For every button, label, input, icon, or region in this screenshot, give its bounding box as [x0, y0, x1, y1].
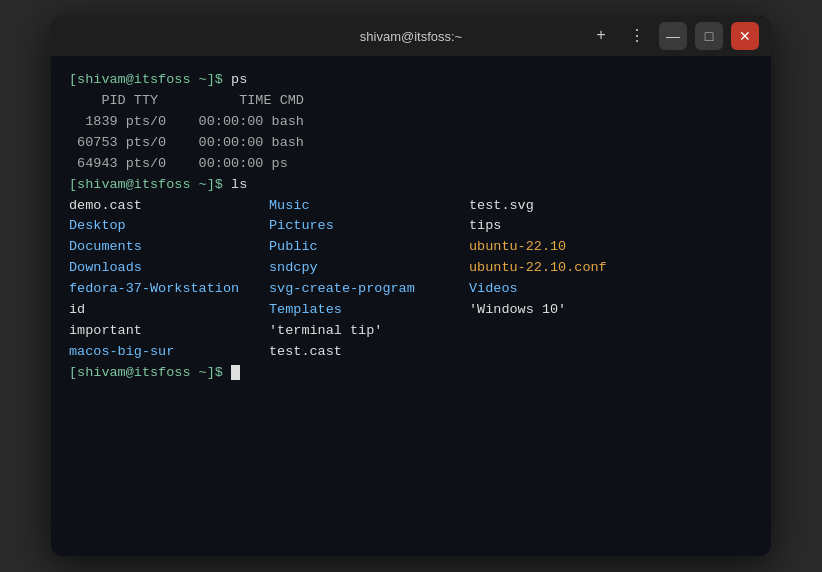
ls-item-music: Music [269, 196, 469, 217]
cursor [231, 365, 240, 380]
prompt-2: [shivam@itsfoss ~]$ [69, 177, 231, 192]
ls-item-desktop: Desktop [69, 216, 269, 237]
ls-item-macos: macos-big-sur [69, 342, 269, 363]
ls-item-terminal-tip: 'terminal tip' [269, 321, 469, 342]
maximize-button[interactable]: □ [695, 22, 723, 50]
cmd-ps: ps [231, 72, 247, 87]
ls-item-ubuntu-conf: ubuntu-22.10.conf [469, 258, 669, 279]
ls-item-id: id [69, 300, 269, 321]
ls-item-test-cast: test.cast [269, 342, 469, 363]
ls-item-demo-cast: demo.cast [69, 196, 269, 217]
ls-item-sndcpy: sndcpy [269, 258, 469, 279]
window-title: shivam@itsfoss:~ [360, 29, 462, 44]
ls-item-pictures: Pictures [269, 216, 469, 237]
ls-item-templates: Templates [269, 300, 469, 321]
ls-item-svg-create: svg-create-program [269, 279, 469, 300]
ls-item-ubuntu-2210: ubuntu-22.10 [469, 237, 669, 258]
close-button[interactable]: ✕ [731, 22, 759, 50]
add-tab-button[interactable]: + [587, 22, 615, 50]
prompt-1: [shivam@itsfoss ~]$ [69, 72, 231, 87]
minimize-button[interactable]: — [659, 22, 687, 50]
ps-row-1: 1839 pts/0 00:00:00 bash [69, 112, 753, 133]
ls-item-downloads: Downloads [69, 258, 269, 279]
ls-item-fedora: fedora-37-Workstation [69, 279, 269, 300]
ls-item-public: Public [269, 237, 469, 258]
ls-item-test-svg: test.svg [469, 196, 669, 217]
cmd-ls: ls [231, 177, 247, 192]
ls-item-windows10: 'Windows 10' [469, 300, 669, 321]
ls-command-line: [shivam@itsfoss ~]$ ls [69, 175, 753, 196]
titlebar: shivam@itsfoss:~ + ⋮ — □ ✕ [51, 16, 771, 56]
terminal-window: shivam@itsfoss:~ + ⋮ — □ ✕ [shivam@itsfo… [51, 16, 771, 556]
ls-item-videos: Videos [469, 279, 669, 300]
ls-output: demo.cast Music test.svg Desktop Picture… [69, 196, 753, 363]
ls-item-tips: tips [469, 216, 669, 237]
titlebar-controls: + ⋮ — □ ✕ [587, 22, 759, 50]
menu-button[interactable]: ⋮ [623, 22, 651, 50]
ps-command-line: [shivam@itsfoss ~]$ ps [69, 70, 753, 91]
ps-row-2: 60753 pts/0 00:00:00 bash [69, 133, 753, 154]
ps-row-3: 64943 pts/0 00:00:00 ps [69, 154, 753, 175]
ls-item-important: important [69, 321, 269, 342]
terminal-body[interactable]: [shivam@itsfoss ~]$ ps PID TTY TIME CMD … [51, 56, 771, 556]
ls-item-empty-2 [469, 342, 669, 363]
ps-header: PID TTY TIME CMD [69, 91, 753, 112]
prompt-final: [shivam@itsfoss ~]$ [69, 365, 231, 380]
ls-item-empty-1 [469, 321, 669, 342]
ls-item-documents: Documents [69, 237, 269, 258]
final-prompt-line: [shivam@itsfoss ~]$ [69, 363, 753, 384]
